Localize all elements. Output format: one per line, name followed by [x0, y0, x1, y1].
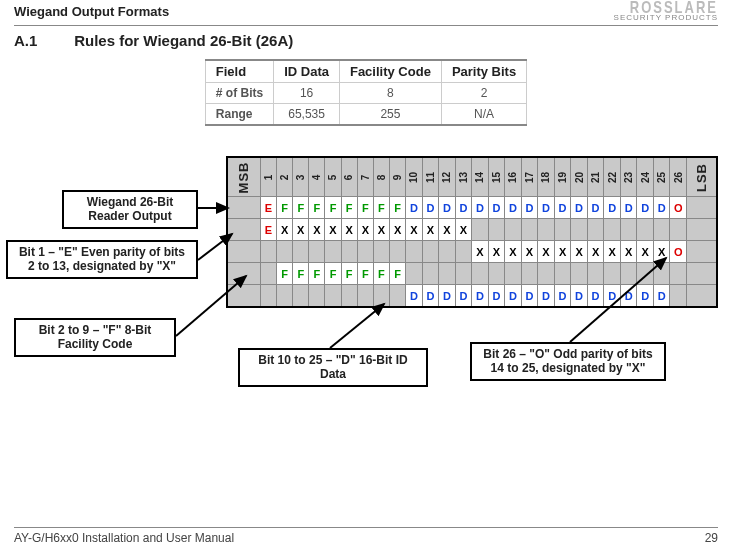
row2-bit2: X [277, 219, 293, 241]
bit-header-6: 6 [341, 157, 357, 197]
row2-bit24 [637, 219, 654, 241]
row5-bit16: D [505, 285, 522, 307]
callout-id-data: Bit 10 to 25 – "D" 16-Bit ID Data [238, 348, 428, 388]
row2-bit26 [670, 219, 687, 241]
row2-bit12: X [439, 219, 456, 241]
row2-bit21 [587, 219, 604, 241]
row3-bit4 [309, 241, 325, 263]
row1-bit20: D [571, 197, 588, 219]
bit-header-18: 18 [538, 157, 555, 197]
row4-bit6: F [341, 263, 357, 285]
row-bits-par: 2 [441, 82, 526, 103]
row4-bit15 [488, 263, 505, 285]
row2-bit19 [554, 219, 571, 241]
row3-tail [686, 241, 717, 263]
row2-bit3: X [293, 219, 309, 241]
footer-left: AY-G/H6xx0 Installation and User Manual [14, 531, 234, 545]
row4-bit11 [422, 263, 439, 285]
row4-bit25 [653, 263, 670, 285]
row5-bit22: D [604, 285, 621, 307]
row5-bit21: D [587, 285, 604, 307]
row5-bit19: D [554, 285, 571, 307]
row4-bit16 [505, 263, 522, 285]
row5-bit7 [357, 285, 373, 307]
bit-header-19: 19 [554, 157, 571, 197]
row4-bit3: F [293, 263, 309, 285]
row5-tail [686, 285, 717, 307]
row-bits-label: # of Bits [205, 82, 273, 103]
lsb-cell: LSB [686, 157, 717, 197]
row5-bit17: D [521, 285, 538, 307]
row5-bit13: D [455, 285, 472, 307]
row5-bit11: D [422, 285, 439, 307]
row1-bit22: D [604, 197, 621, 219]
row4-bit17 [521, 263, 538, 285]
row5-bit12: D [439, 285, 456, 307]
footer-right: 29 [705, 531, 718, 545]
row2-bit14 [472, 219, 489, 241]
row4-bit9: F [390, 263, 406, 285]
row-range-fac: 255 [339, 103, 441, 125]
row3-bit17: X [521, 241, 538, 263]
row1-bit7: F [357, 197, 373, 219]
bit-header-17: 17 [521, 157, 538, 197]
row3-bit3 [293, 241, 309, 263]
row5-lead [227, 285, 260, 307]
row3-bit23: X [620, 241, 637, 263]
row2-bit1: E [260, 219, 276, 241]
row5-bit5 [325, 285, 341, 307]
row4-bit24 [637, 263, 654, 285]
row1-lead [227, 197, 260, 219]
bit-header-11: 11 [422, 157, 439, 197]
row1-bit12: D [439, 197, 456, 219]
bit-header-21: 21 [587, 157, 604, 197]
row3-bit15: X [488, 241, 505, 263]
row3-bit2 [277, 241, 293, 263]
row3-bit21: X [587, 241, 604, 263]
field-table: Field ID Data Facility Code Parity Bits … [205, 59, 527, 126]
row2-bit8: X [373, 219, 389, 241]
row4-bit19 [554, 263, 571, 285]
row5-bit23: D [620, 285, 637, 307]
row1-bit15: D [488, 197, 505, 219]
row4-bit8: F [373, 263, 389, 285]
section-title-text: Rules for Wiegand 26-Bit (26A) [74, 32, 293, 49]
row1-tail [686, 197, 717, 219]
bit-header-16: 16 [505, 157, 522, 197]
row3-bit8 [373, 241, 389, 263]
row5-bit25: D [653, 285, 670, 307]
bit-header-26: 26 [670, 157, 687, 197]
row2-bit5: X [325, 219, 341, 241]
callout-facility-code: Bit 2 to 9 – "F" 8-Bit Facility Code [14, 318, 176, 358]
bit-grid: MSB 123456789101112131415161718192021222… [226, 156, 718, 308]
row2-bit17 [521, 219, 538, 241]
row2-bit22 [604, 219, 621, 241]
row1-bit18: D [538, 197, 555, 219]
row3-bit9 [390, 241, 406, 263]
row4-bit2: F [277, 263, 293, 285]
row3-lead [227, 241, 260, 263]
row1-bit26: O [670, 197, 687, 219]
row4-bit4: F [309, 263, 325, 285]
row3-bit14: X [472, 241, 489, 263]
row3-bit18: X [538, 241, 555, 263]
row3-bit5 [325, 241, 341, 263]
row5-bit1 [260, 285, 276, 307]
row3-bit20: X [571, 241, 588, 263]
row2-bit18 [538, 219, 555, 241]
bit-header-1: 1 [260, 157, 276, 197]
bit-header-12: 12 [439, 157, 456, 197]
row3-bit19: X [554, 241, 571, 263]
bit-header-13: 13 [455, 157, 472, 197]
row3-bit6 [341, 241, 357, 263]
row1-bit25: D [653, 197, 670, 219]
row1-bit6: F [341, 197, 357, 219]
th-parity: Parity Bits [441, 60, 526, 83]
row2-bit23 [620, 219, 637, 241]
row3-bit10 [406, 241, 423, 263]
row2-bit10: X [406, 219, 423, 241]
row4-bit5: F [325, 263, 341, 285]
row3-bit13 [455, 241, 472, 263]
row5-bit6 [341, 285, 357, 307]
row1-bit23: D [620, 197, 637, 219]
